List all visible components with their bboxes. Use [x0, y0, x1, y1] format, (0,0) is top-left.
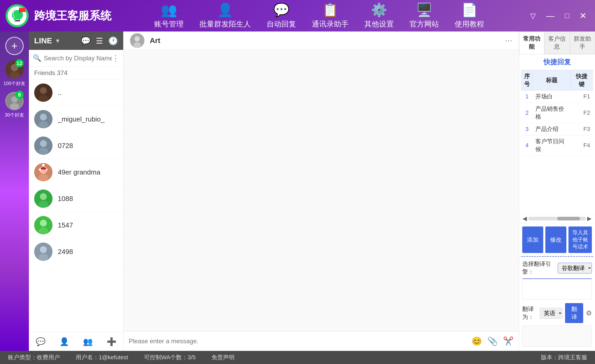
- contact-item-7[interactable]: 2498: [29, 239, 123, 265]
- translate-output[interactable]: [522, 326, 592, 347]
- nav-website[interactable]: 🖥️ 官方网站: [410, 2, 439, 29]
- nav-account-mgmt[interactable]: 👥 账号管理: [154, 2, 184, 29]
- contact-1-avatar: [34, 83, 53, 102]
- contact-item-1[interactable]: ..: [29, 80, 123, 106]
- nav-tutorial[interactable]: 📄 使用教程: [455, 2, 484, 29]
- nav-contacts[interactable]: 📋 通讯录助手: [312, 2, 349, 29]
- nav-tutorial-label: 使用教程: [455, 19, 484, 29]
- shortcut-2-key: F2: [571, 103, 593, 123]
- tab-group-send[interactable]: 群发助手: [570, 31, 595, 54]
- chat-area: Art ⋯ 😊 📎 ✂️: [123, 31, 519, 351]
- svg-point-19: [39, 148, 48, 155]
- shortcut-table-container: 序号 标题 快捷键 1 开场白 F1 2 产品销售价格 F2: [519, 70, 595, 156]
- chat-search-inner: 🔍: [33, 54, 112, 62]
- emoji-icon[interactable]: 😊: [472, 336, 482, 346]
- chat-list-dropdown-icon[interactable]: ▾: [56, 37, 59, 45]
- translate-button[interactable]: 翻译: [565, 303, 583, 323]
- svg-point-28: [39, 201, 48, 208]
- nav-account-mgmt-icon: 👥: [161, 2, 177, 18]
- contact-7-name: 2498: [58, 248, 73, 256]
- svg-point-12: [40, 87, 47, 94]
- translate-lang-select[interactable]: 英语: [540, 308, 562, 319]
- nav-auto-reply[interactable]: 💬 自动回复: [267, 2, 296, 29]
- account-2-label: 30个好友: [5, 112, 24, 118]
- col-title: 标题: [533, 70, 571, 91]
- right-panel: 常用功能 客户信息 群发助手 快捷回复 序号 标题 快捷键 1 开场白: [519, 31, 595, 351]
- title-bar-controls: ▽ — □ ✕: [527, 9, 590, 22]
- shortcut-reply-title: 快捷回复: [519, 54, 595, 70]
- chat-list-title: LINE: [34, 36, 52, 45]
- contact-7-avatar: [34, 242, 53, 261]
- svg-point-18: [40, 140, 47, 147]
- scroll-right-icon[interactable]: ▶: [586, 215, 593, 222]
- shortcut-row-3[interactable]: 3 产品介绍 F3: [521, 123, 593, 135]
- tab-contacts[interactable]: 👤: [55, 335, 73, 348]
- titlebar-minimize-button[interactable]: —: [543, 10, 558, 22]
- crop-icon[interactable]: ✂️: [503, 336, 514, 346]
- chat-header-more-icon[interactable]: ⋯: [505, 36, 512, 45]
- contact-5-avatar: [34, 189, 53, 208]
- account-1-label: 100个好友: [3, 80, 25, 87]
- contact-list: .. _miguel_rubio_: [29, 80, 123, 332]
- tab-groups[interactable]: 👥: [79, 335, 97, 348]
- svg-point-30: [40, 220, 47, 226]
- svg-point-34: [39, 254, 48, 261]
- titlebar-close-button[interactable]: ✕: [576, 9, 590, 22]
- shortcut-1-title: 开场白: [533, 91, 571, 103]
- shortcut-row-2[interactable]: 2 产品销售价格 F2: [521, 103, 593, 123]
- shortcut-2-title: 产品销售价格: [533, 103, 571, 123]
- add-account-button[interactable]: +: [5, 37, 24, 55]
- contact-item-6[interactable]: 1547: [29, 212, 123, 239]
- tab-common-functions[interactable]: 常用功能: [519, 31, 544, 54]
- account-item-2[interactable]: 8 30个好友: [5, 92, 24, 118]
- chat-history-icon[interactable]: 🕐: [108, 36, 118, 45]
- account-item-1[interactable]: 12 100个好友: [3, 60, 25, 87]
- nav-bulk-send[interactable]: 👤 批量群发陌生人: [199, 2, 251, 29]
- add-shortcut-button[interactable]: 添加: [522, 226, 543, 253]
- nav-auto-reply-label: 自动回复: [267, 19, 296, 29]
- shortcut-4-num: 4: [521, 135, 533, 156]
- tab-messages[interactable]: 💬: [32, 335, 49, 348]
- translate-engine-select[interactable]: 谷歌翻译: [558, 263, 592, 273]
- svg-point-24: [46, 169, 48, 170]
- nav-bulk-send-icon: 👤: [217, 2, 233, 18]
- col-key: 快捷键: [571, 70, 593, 91]
- tab-customer-info[interactable]: 客户信息: [544, 31, 570, 54]
- scrollbar-thumb: [557, 217, 580, 220]
- svg-point-15: [40, 114, 47, 120]
- contact-4-name: 49er grandma: [58, 168, 100, 176]
- shortcut-4-key: F4: [571, 135, 593, 156]
- shortcut-3-num: 3: [521, 123, 533, 135]
- svg-point-23: [39, 168, 41, 171]
- shortcut-row-4[interactable]: 4 客户节日问候 F4: [521, 135, 593, 156]
- scroll-left-icon[interactable]: ◀: [521, 215, 528, 222]
- contact-item-3[interactable]: 0728: [29, 133, 123, 159]
- translate-input[interactable]: [522, 278, 592, 299]
- search-input[interactable]: [44, 55, 112, 62]
- chat-list-header-icons: 💬 ☰ 🕐: [81, 36, 118, 45]
- shortcut-row-1[interactable]: 1 开场白 F1: [521, 91, 593, 103]
- version-label: 版本：跨境王客服: [541, 354, 587, 361]
- edit-shortcut-button[interactable]: 修改: [545, 226, 566, 253]
- contact-item-2[interactable]: _miguel_rubio_: [29, 106, 123, 133]
- chat-compose-icon[interactable]: 💬: [81, 36, 91, 45]
- svg-rect-4: [20, 8, 25, 12]
- scrollbar-track[interactable]: [528, 217, 586, 220]
- titlebar-sort-icon: ▽: [527, 10, 539, 22]
- title-bar-nav: 👥 账号管理 👤 批量群发陌生人 💬 自动回复 📋 通讯录助手 ⚙️ 其他设置 …: [111, 2, 527, 29]
- contact-item-4[interactable]: 49er grandma: [29, 159, 123, 186]
- tab-add-contact[interactable]: ➕: [103, 335, 120, 348]
- chat-more-icon[interactable]: ⋮: [112, 54, 119, 62]
- nav-settings[interactable]: ⚙️ 其他设置: [364, 2, 394, 29]
- chat-list-icon[interactable]: ☰: [96, 36, 103, 45]
- message-input[interactable]: [129, 337, 468, 345]
- import-shortcut-button[interactable]: 导入其他子账号话术: [568, 226, 592, 253]
- contact-2-avatar: [34, 110, 53, 128]
- attachment-icon[interactable]: 📎: [487, 336, 498, 346]
- translate-gear-icon[interactable]: ⚙: [586, 309, 592, 317]
- shortcut-table: 序号 标题 快捷键 1 开场白 F1 2 产品销售价格 F2: [521, 70, 593, 156]
- shortcut-2-num: 2: [521, 103, 533, 123]
- titlebar-maximize-button[interactable]: □: [562, 10, 572, 21]
- svg-point-22: [38, 174, 48, 181]
- contact-item-5[interactable]: 1088: [29, 186, 123, 212]
